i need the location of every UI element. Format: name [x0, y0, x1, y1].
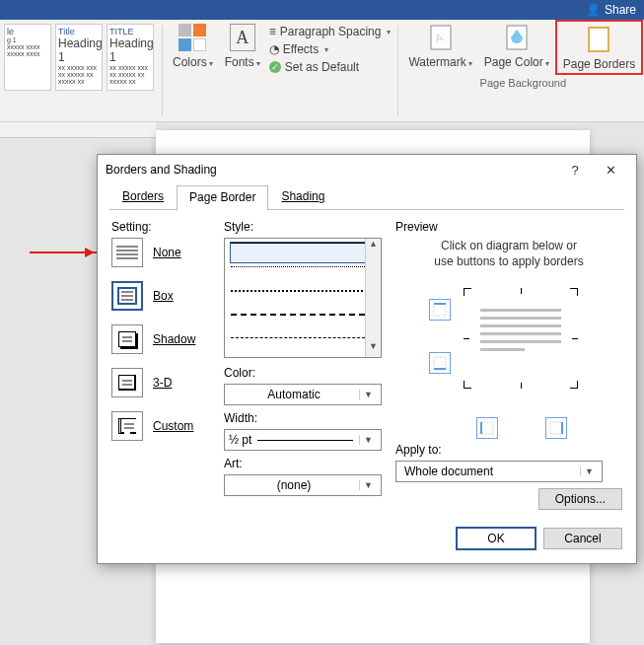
ribbon: leg 1xxxxx xxxx xxxxx xxxx TitleHeading … — [0, 20, 644, 122]
tab-shading[interactable]: Shading — [268, 184, 337, 209]
svg-rect-10 — [550, 422, 562, 434]
chevron-down-icon: ▼ — [359, 435, 377, 445]
style-thumb-1[interactable]: leg 1xxxxx xxxx xxxxx xxxx — [4, 24, 51, 91]
apply-to-dropdown[interactable]: Whole document ▼ — [395, 461, 603, 482]
style-thumb-title[interactable]: TitleHeading 1xx xxxxx xxx xx xxxxx xx x… — [55, 24, 103, 91]
set-default-button[interactable]: ✓Set as Default — [266, 59, 394, 75]
style-scrollbar[interactable]: ▲▼ — [365, 239, 381, 357]
art-dropdown[interactable]: (none) ▼ — [224, 474, 382, 496]
help-button[interactable]: ? — [557, 163, 593, 178]
close-button[interactable]: ✕ — [593, 163, 628, 178]
svg-rect-4 — [434, 304, 446, 316]
options-button[interactable]: Options... — [538, 488, 622, 510]
border-top-button[interactable] — [429, 299, 451, 321]
setting-label: Setting: — [111, 220, 210, 234]
chevron-down-icon: ▼ — [580, 466, 598, 476]
border-bottom-button[interactable] — [429, 352, 451, 374]
svg-rect-6 — [434, 357, 446, 369]
preview-hint: Click on diagram below oruse buttons to … — [395, 238, 622, 269]
annotation-arrow — [30, 251, 99, 253]
setting-3d[interactable]: 3-D — [111, 368, 210, 397]
svg-rect-3 — [589, 28, 608, 51]
ruler — [0, 122, 156, 138]
apply-to-label: Apply to: — [395, 443, 622, 457]
effects-icon: ◔ — [269, 42, 279, 56]
preview-label: Preview — [395, 220, 622, 234]
paragraph-spacing-button[interactable]: ≡Paragraph Spacing▾ — [266, 24, 394, 39]
ok-button[interactable]: OK — [457, 528, 536, 549]
svg-rect-8 — [481, 422, 493, 434]
color-dropdown[interactable]: Automatic ▼ — [224, 384, 382, 405]
paragraph-spacing-icon: ≡ — [269, 25, 276, 38]
dialog-title: Borders and Shading — [106, 163, 557, 177]
share-label[interactable]: Share — [605, 3, 636, 17]
chevron-down-icon: ▼ — [359, 390, 377, 399]
page-background-group-label: Page Background — [480, 75, 566, 89]
width-label: Width: — [224, 411, 382, 425]
setting-custom[interactable]: Custom — [111, 411, 210, 441]
effects-button[interactable]: ◔Effects▾ — [266, 41, 394, 57]
preview-diagram[interactable] — [395, 281, 622, 409]
cancel-button[interactable]: Cancel — [543, 528, 622, 549]
width-dropdown[interactable]: ½ pt ▼ — [224, 429, 382, 451]
check-icon: ✓ — [269, 61, 281, 73]
color-label: Color: — [224, 366, 382, 380]
tab-page-border[interactable]: Page Border — [177, 185, 268, 210]
page-borders-button[interactable]: Page Borders — [555, 20, 643, 75]
tab-borders[interactable]: Borders — [109, 184, 177, 209]
style-list[interactable]: ▲▼ — [224, 238, 382, 358]
art-label: Art: — [224, 457, 382, 470]
borders-shading-dialog: Borders and Shading ? ✕ Borders Page Bor… — [97, 154, 637, 564]
setting-box[interactable]: Box — [111, 281, 210, 311]
fonts-icon: A — [230, 24, 255, 51]
setting-shadow[interactable]: Shadow — [111, 324, 210, 354]
border-left-button[interactable] — [476, 417, 498, 439]
chevron-down-icon: ▼ — [359, 480, 377, 490]
style-thumb-title-caps[interactable]: TITLEHeading 1xx xxxxx xxx xx xxxxx xx x… — [107, 24, 154, 91]
page-color-icon — [501, 22, 533, 53]
border-right-button[interactable] — [545, 417, 567, 439]
colors-icon — [179, 24, 206, 51]
share-icon[interactable]: 👤 — [586, 3, 601, 17]
page-borders-icon — [583, 24, 614, 55]
title-bar: 👤 Share — [0, 0, 644, 20]
style-label: Style: — [224, 220, 382, 234]
watermark-icon: A — [425, 22, 457, 53]
fonts-button[interactable]: A Fonts▾ — [219, 20, 266, 121]
setting-none[interactable]: None — [111, 238, 210, 267]
watermark-button[interactable]: A Watermark▾ — [402, 20, 477, 75]
colors-button[interactable]: Colors▾ — [167, 20, 219, 121]
page-color-button[interactable]: Page Color▾ — [478, 20, 555, 75]
